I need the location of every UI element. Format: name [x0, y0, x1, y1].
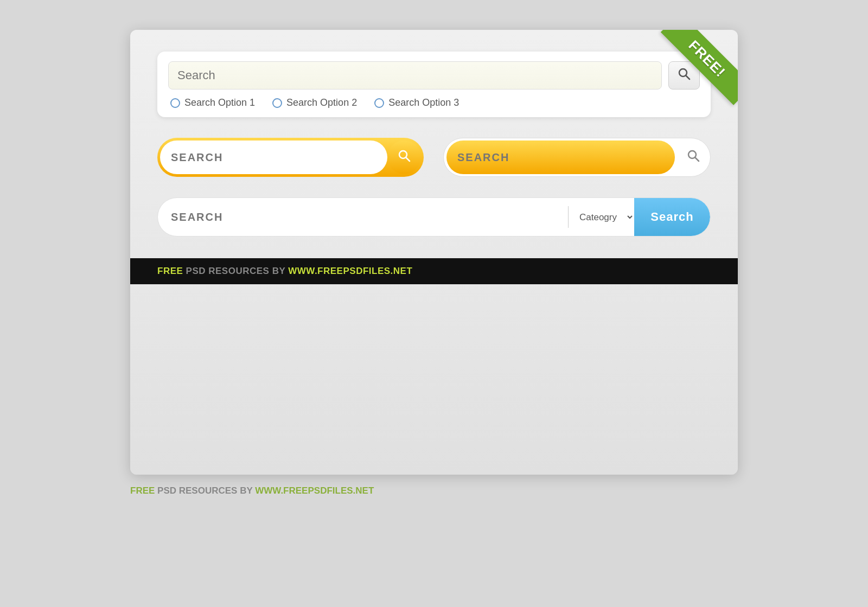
search-row-2 — [157, 138, 711, 177]
search-button-yellow-border[interactable] — [387, 140, 421, 174]
search-input-classic[interactable] — [168, 61, 662, 90]
svg-line-5 — [695, 158, 699, 162]
radio-option-2[interactable]: Search Option 2 — [272, 97, 357, 108]
page-footer: FREE PSD RESOURCES BY WWW.FREEPSDFILES.N… — [0, 475, 868, 507]
search-box-yellow-filled — [443, 138, 711, 177]
radio-label-3: Search Option 3 — [388, 97, 459, 108]
search-box-yellow-border — [157, 138, 424, 177]
search-icon-yellow-filled — [687, 149, 700, 165]
radio-label-1: Search Option 1 — [184, 97, 255, 108]
bottom-bar-link: WWW.FREEPSDFILES.NET — [288, 266, 412, 276]
search-input-yellow-filled[interactable] — [446, 140, 675, 174]
radio-label-2: Search Option 2 — [286, 97, 357, 108]
footer-text: PSD RESOURCES BY — [157, 485, 255, 496]
radio-options-row: Search Option 1 Search Option 2 Search O… — [168, 97, 700, 108]
radio-circle-2 — [272, 98, 282, 108]
radio-option-3[interactable]: Search Option 3 — [374, 97, 459, 108]
footer-link: WWW.FREEPSDFILES.NET — [255, 485, 374, 496]
main-card: FREE! Search Option 1 Search Opti — [130, 30, 738, 475]
page-footer-content: FREE PSD RESOURCES BY WWW.FREEPSDFILES.N… — [130, 485, 374, 496]
footer-free: FREE — [130, 485, 155, 496]
search-input-category[interactable] — [158, 197, 568, 237]
search-icon-yellow-border — [398, 149, 411, 165]
bottom-bar-text: PSD RESOURCES BY — [186, 266, 289, 276]
search-box-category: Cateogry Search — [157, 197, 711, 237]
bottom-bar-free: FREE — [157, 266, 183, 276]
search-button-yellow-filled[interactable] — [679, 143, 707, 171]
search-button-blue-label: Search — [650, 210, 693, 223]
search-row-classic — [168, 61, 700, 90]
search-box-classic: Search Option 1 Search Option 2 Search O… — [157, 52, 711, 117]
bottom-bar: FREE PSD RESOURCES BY WWW.FREEPSDFILES.N… — [130, 258, 738, 284]
bottom-bar-content: FREE PSD RESOURCES BY WWW.FREEPSDFILES.N… — [157, 266, 412, 277]
svg-line-3 — [406, 158, 410, 162]
search-input-yellow-border[interactable] — [160, 140, 387, 174]
search-button-blue[interactable]: Search — [634, 197, 710, 237]
radio-option-1[interactable]: Search Option 1 — [170, 97, 255, 108]
category-select[interactable]: Cateogry — [569, 197, 634, 237]
radio-circle-3 — [374, 98, 384, 108]
radio-circle-1 — [170, 98, 180, 108]
ribbon-label: FREE! — [661, 30, 738, 105]
free-ribbon: FREE! — [651, 30, 738, 117]
